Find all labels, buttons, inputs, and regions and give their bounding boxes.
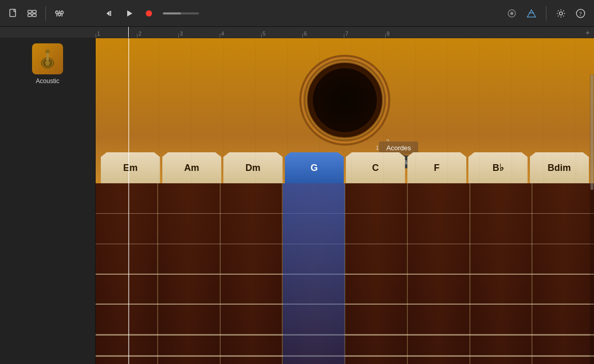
scrollbar-thumb[interactable] bbox=[590, 74, 593, 190]
chord-f[interactable]: F bbox=[407, 152, 467, 183]
add-track-icon[interactable]: + bbox=[586, 28, 590, 37]
chord-g[interactable]: G bbox=[285, 152, 344, 183]
scrollbar-track[interactable] bbox=[590, 74, 594, 364]
track-item-acoustic[interactable]: Acoustic bbox=[0, 38, 95, 90]
chord-c[interactable]: C bbox=[346, 152, 405, 183]
svg-rect-12 bbox=[110, 11, 111, 16]
ruler-mark-3: 3 bbox=[178, 27, 220, 38]
chord-bb[interactable]: B♭ bbox=[468, 152, 528, 183]
playhead-indicator bbox=[128, 27, 129, 38]
volume-slider[interactable] bbox=[163, 12, 199, 14]
chord-row: Em Am Dm G C F B♭ Bdim bbox=[96, 147, 594, 364]
svg-point-19 bbox=[559, 12, 562, 15]
fret-markers bbox=[96, 183, 594, 364]
fret-col-3 bbox=[221, 183, 283, 364]
fret-col-1 bbox=[96, 183, 158, 364]
soundhole-outer bbox=[303, 59, 386, 141]
play-button[interactable] bbox=[121, 6, 137, 21]
svg-marker-17 bbox=[527, 10, 536, 17]
svg-point-16 bbox=[510, 12, 513, 15]
fretboard[interactable] bbox=[96, 183, 594, 364]
ruler-mark-2: 2 bbox=[137, 27, 178, 38]
right-controls: ? bbox=[505, 6, 588, 21]
tracks-view-icon[interactable] bbox=[25, 6, 39, 21]
svg-rect-1 bbox=[28, 10, 32, 13]
new-file-icon[interactable] bbox=[6, 6, 21, 21]
main-area: Acoustic OFF 1 2 3 4 bbox=[0, 38, 594, 364]
fret-col-7 bbox=[470, 183, 533, 364]
soundhole-inner bbox=[313, 68, 377, 132]
ruler-mark-4: 4 bbox=[220, 27, 261, 38]
ruler-mark-8: 8 bbox=[385, 27, 427, 38]
record-button[interactable] bbox=[141, 6, 157, 21]
svg-point-10 bbox=[61, 11, 64, 13]
svg-text:?: ? bbox=[579, 10, 582, 18]
track-panel: Acoustic bbox=[0, 38, 96, 364]
svg-point-14 bbox=[146, 10, 152, 17]
svg-marker-11 bbox=[106, 11, 110, 16]
timeline-ruler: 1 2 3 4 5 6 7 8 + bbox=[0, 27, 594, 38]
chord-dm[interactable]: Dm bbox=[223, 152, 283, 183]
chord-bdim[interactable]: Bdim bbox=[530, 152, 589, 183]
fret-col-5 bbox=[345, 183, 408, 364]
svg-rect-3 bbox=[28, 14, 32, 17]
svg-rect-25 bbox=[45, 50, 50, 53]
ruler-mark-7: 7 bbox=[344, 27, 385, 38]
toolbar: ? bbox=[0, 0, 594, 27]
ruler-mark-6: 6 bbox=[302, 27, 344, 38]
transport-controls bbox=[102, 6, 199, 21]
ruler-mark-5: 5 bbox=[261, 27, 302, 38]
fret-col-2 bbox=[158, 183, 221, 364]
track-thumbnail bbox=[32, 43, 63, 74]
chord-buttons-row: Em Am Dm G C F B♭ Bdim bbox=[96, 147, 594, 183]
svg-rect-0 bbox=[10, 9, 16, 17]
separator-1 bbox=[45, 6, 46, 21]
guitar-area[interactable]: OFF 1 2 3 4 Autoplay Acordes Notas Em bbox=[96, 38, 594, 364]
chord-am[interactable]: Am bbox=[162, 152, 222, 183]
active-chord-highlight bbox=[283, 183, 345, 364]
svg-rect-2 bbox=[33, 10, 36, 13]
svg-marker-13 bbox=[127, 10, 132, 17]
mixer-icon[interactable] bbox=[52, 6, 67, 21]
soundhole bbox=[293, 49, 397, 152]
separator-2 bbox=[546, 6, 546, 21]
count-in-icon[interactable] bbox=[524, 6, 539, 21]
help-icon[interactable]: ? bbox=[573, 6, 588, 21]
fret-col-8 bbox=[532, 183, 594, 364]
svg-rect-4 bbox=[33, 14, 36, 17]
tempo-indicator[interactable] bbox=[505, 6, 519, 21]
svg-point-9 bbox=[58, 13, 61, 15]
fret-col-6 bbox=[408, 183, 470, 364]
svg-point-8 bbox=[56, 11, 58, 13]
settings-icon[interactable] bbox=[554, 6, 568, 21]
track-name-label: Acoustic bbox=[36, 77, 59, 85]
ruler-mark-1: 1 bbox=[96, 27, 137, 38]
rewind-button[interactable] bbox=[102, 6, 117, 21]
chord-em[interactable]: Em bbox=[101, 152, 160, 183]
